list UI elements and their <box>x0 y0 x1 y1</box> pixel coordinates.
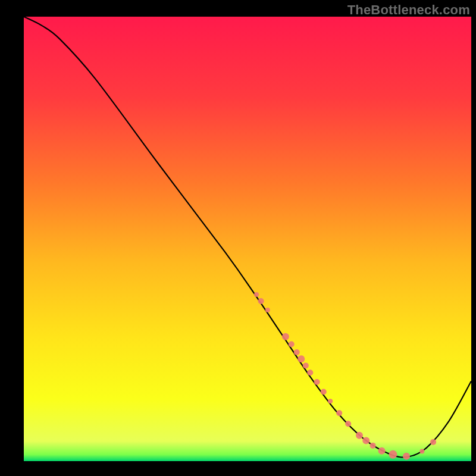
data-dot <box>294 349 300 355</box>
data-dot <box>265 308 270 312</box>
data-dot <box>298 355 305 362</box>
data-dot <box>370 443 376 449</box>
plot-background <box>24 17 471 461</box>
data-dot <box>289 342 295 347</box>
data-dot <box>378 447 386 455</box>
bottleneck-chart <box>0 0 476 476</box>
data-dot <box>336 410 342 416</box>
app-frame: TheBottleneck.com <box>0 0 476 476</box>
data-dot <box>328 399 333 403</box>
data-dot <box>321 389 327 395</box>
data-dot <box>419 449 424 454</box>
data-dot <box>362 437 369 444</box>
data-dot <box>314 379 320 385</box>
data-dot <box>254 292 259 297</box>
data-dot <box>356 432 363 439</box>
watermark-text: TheBottleneck.com <box>347 2 470 18</box>
data-dot <box>307 369 313 375</box>
data-dot <box>303 362 309 368</box>
data-dot <box>258 298 264 304</box>
data-dot <box>430 439 436 445</box>
data-dot <box>403 453 410 460</box>
data-dot <box>389 450 397 459</box>
data-dot <box>282 333 289 340</box>
data-dot <box>345 421 351 427</box>
